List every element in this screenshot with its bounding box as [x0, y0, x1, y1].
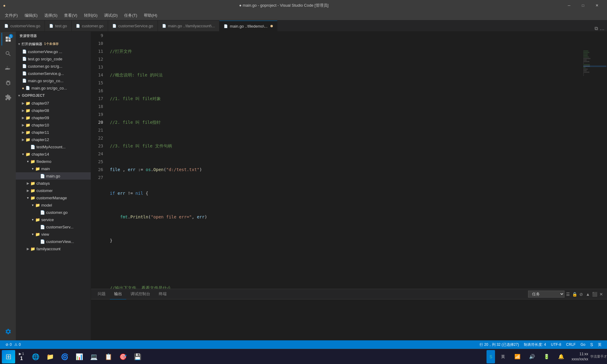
menu-task[interactable]: 任务(T)	[121, 12, 140, 19]
tab-icon: 📄	[49, 24, 53, 28]
tree-model[interactable]: ▾ 📁 model	[16, 201, 91, 209]
open-editors-section[interactable]: ▾ 打开的编辑器 1个未保存	[16, 40, 91, 48]
tree-filedemo[interactable]: ▾ 📁 filedemo	[16, 158, 91, 165]
tree-familyaccount[interactable]: ▶ 📁 familyaccount	[16, 245, 91, 252]
panel-list-view-btn[interactable]: ☰	[565, 291, 571, 298]
panel-clear-btn[interactable]: ⊘	[578, 291, 585, 298]
tree-chapter11[interactable]: ▶ 📁 chapter11	[16, 129, 91, 136]
taskbar-notification[interactable]: 🔔	[554, 350, 568, 363]
panel-lock-btn[interactable]: 🔒	[571, 291, 578, 298]
status-encoding[interactable]: UTF-8	[548, 340, 564, 349]
taskbar-ppt[interactable]: 📊	[73, 350, 86, 363]
tree-chatsys[interactable]: ▶ 📁 chatsys	[16, 180, 91, 187]
start-button[interactable]: ⊞	[2, 350, 15, 363]
close-button[interactable]: ✕	[590, 0, 604, 11]
menu-debug[interactable]: 调试(D)	[101, 12, 120, 19]
taskbar-chrome[interactable]: 🌀	[58, 350, 71, 363]
activity-extensions[interactable]	[2, 91, 14, 104]
open-file-main1[interactable]: 📄 main.go src/go_co...	[16, 77, 91, 84]
task-select[interactable]: 任务	[528, 291, 565, 298]
status-lang-toggle[interactable]: 英	[595, 340, 604, 349]
tree-chapter08[interactable]: ▶ 📁 chapter08	[16, 107, 91, 114]
tree-chapter09[interactable]: ▶ 📁 chapter09	[16, 114, 91, 121]
tab-test[interactable]: 📄 test.go	[45, 21, 72, 31]
open-file-test[interactable]: 📄 test.go src/go_code	[16, 55, 91, 62]
open-file-customerService[interactable]: 📄 customerService.g...	[16, 70, 91, 77]
menu-edit[interactable]: 编辑(E)	[22, 12, 41, 19]
tree-main-folder[interactable]: ▾ 📁 main	[16, 165, 91, 172]
activity-settings[interactable]	[2, 325, 14, 338]
taskbar-explorer[interactable]: 📁	[43, 350, 57, 363]
more-actions-button[interactable]: …	[600, 26, 605, 31]
activity-debug[interactable]	[2, 76, 14, 89]
taskbar-ime-en[interactable]: 英	[496, 350, 510, 363]
sidebar-content: 📄 customerView.go ... 📄 test.go src/go_c…	[16, 48, 91, 340]
menu-help[interactable]: 帮助(H)	[141, 12, 160, 19]
panel-up-btn[interactable]: ▲	[585, 291, 591, 298]
file-icon: 📄	[40, 239, 45, 244]
tree-testMyAccount[interactable]: ▶ 📄 testMyAccount...	[16, 143, 91, 150]
menu-goto[interactable]: 转到(G)	[81, 12, 101, 19]
taskbar-vscode[interactable]: 💻	[87, 350, 100, 363]
tree-chapter14[interactable]: ▾ 📁 chapter14	[16, 150, 91, 158]
taskbar-network[interactable]: 📶	[511, 350, 524, 363]
menu-select[interactable]: 选择(S)	[41, 12, 60, 19]
panel-maximize-btn[interactable]: ⬛	[591, 291, 598, 298]
panel-tab-problems[interactable]: 问题	[93, 289, 110, 299]
open-file-customer[interactable]: 📄 customer.go src/g...	[16, 62, 91, 70]
panel-tab-terminal[interactable]: 终端	[154, 289, 171, 299]
maximize-button[interactable]: □	[576, 0, 590, 11]
tree-service[interactable]: ▾ 📁 service	[16, 216, 91, 223]
activity-search[interactable]	[2, 47, 14, 60]
panel-tab-output[interactable]: 输出	[110, 289, 126, 299]
tree-chapter07[interactable]: ▶ 📁 chapter07	[16, 99, 91, 107]
activitybar-bottom	[2, 325, 14, 338]
project-header[interactable]: ▾ GOPROJECT	[16, 92, 91, 99]
panel-tab-debug[interactable]: 调试控制台	[126, 289, 154, 299]
status-line-ending[interactable]: CRLF	[564, 340, 578, 349]
tree-customer-go[interactable]: ▶ 📄 customer.go	[16, 209, 91, 216]
taskbar-media[interactable]: 💾	[131, 350, 144, 363]
folder-name: chapter10	[32, 123, 49, 127]
tree-main-go[interactable]: ▶ 📄 main.go	[16, 172, 91, 180]
taskbar-ime-s[interactable]: S	[487, 350, 495, 363]
activity-scm[interactable]	[2, 62, 14, 75]
open-file-customerView[interactable]: 📄 customerView.go ...	[16, 48, 91, 55]
taskbar-volume[interactable]: 🔊	[525, 350, 539, 363]
status-position[interactable]: 行 20，列 32 (已选择27)	[477, 340, 521, 349]
code-area[interactable]: //打开文件 //概念说明: file 的叫法 //1. file 叫 file…	[107, 32, 583, 289]
panel-close-btn[interactable]: ✕	[598, 291, 605, 298]
menu-view[interactable]: 查看(V)	[61, 12, 80, 19]
folder-arrow: ▶	[25, 189, 30, 193]
editor-content[interactable]: 9 10 11 12 13 14 15 16 17 18 19 20 21 22…	[91, 32, 607, 289]
split-editor-button[interactable]: ⧉	[595, 26, 598, 31]
tab-customerService[interactable]: 📄 customerService.go	[108, 21, 158, 31]
tab-main-family[interactable]: 📄 main.go ..\familyaccount\...	[158, 21, 220, 31]
tab-customerView[interactable]: 📄 customerView.go	[0, 21, 45, 31]
tree-chapter10[interactable]: ▶ 📁 chapter10	[16, 121, 91, 129]
status-tab-size[interactable]: 制表符长度: 4	[521, 340, 548, 349]
menu-file[interactable]: 文件(F)	[2, 12, 21, 19]
folder-name: customerManage	[36, 196, 67, 200]
activity-explorer[interactable]: 1	[2, 33, 14, 46]
taskbar-battery[interactable]: 🔋	[540, 350, 553, 363]
tab-customer[interactable]: 📄 customer.go	[72, 21, 108, 31]
tree-customerServ[interactable]: ▶ 📄 customerServ...	[16, 223, 91, 231]
tree-customerManage[interactable]: ▾ 📁 customerManage	[16, 194, 91, 201]
minimize-button[interactable]: ─	[562, 0, 576, 11]
file-name: customerView...	[46, 239, 74, 244]
tab-main-file[interactable]: 📄 main.go ..\filedemo\...	[219, 21, 277, 31]
tree-customerView[interactable]: ▶ 📄 customerView...	[16, 238, 91, 245]
open-file-main2[interactable]: ● 📄 main.go src/go_co...	[16, 84, 91, 92]
tree-view[interactable]: ▾ 📁 view	[16, 231, 91, 238]
status-errors[interactable]: ⊘ 0 ⚠ 0	[3, 340, 23, 349]
taskbar-word[interactable]: 📋	[102, 350, 115, 363]
status-ime[interactable]: S	[588, 340, 595, 349]
tree-customer-folder[interactable]: ▶ 📁 customer	[16, 187, 91, 194]
taskbar-ie[interactable]: 🌐	[29, 350, 42, 363]
tree-chapter12[interactable]: ▶ 📁 chapter12	[16, 136, 91, 143]
taskbar-excel[interactable]: 🎯	[116, 350, 130, 363]
line-num-22: 22	[91, 134, 103, 142]
status-language[interactable]: Go	[578, 340, 588, 349]
file-name: customer.go	[46, 210, 68, 215]
